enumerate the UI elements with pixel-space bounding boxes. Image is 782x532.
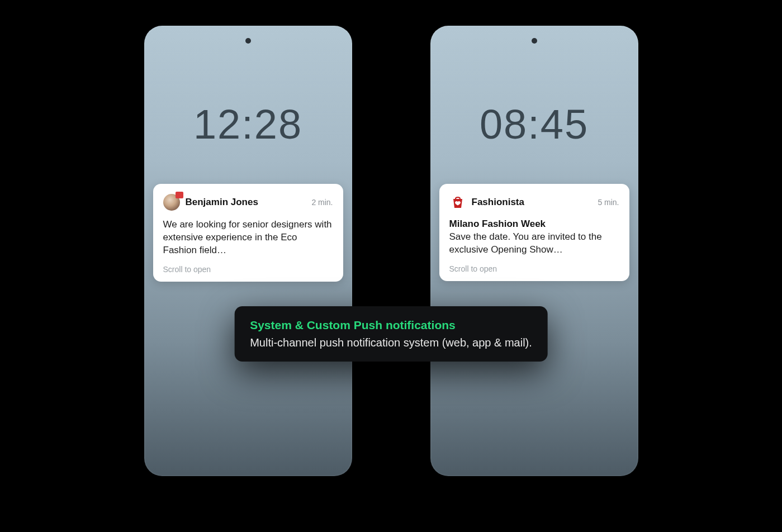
lockscreen-clock: 12:28 (153, 101, 343, 148)
notification-title: Milano Fashion Week (449, 218, 619, 230)
phone-left: 12:28 Benjamin Jones 2 min. We are looki… (144, 26, 352, 476)
feature-caption: System & Custom Push notifications Multi… (234, 306, 548, 362)
scroll-hint: Scroll to open (163, 265, 333, 274)
chat-badge-icon (176, 192, 183, 198)
notification-card[interactable]: Fashionista 5 min. Milano Fashion Week S… (439, 184, 629, 281)
notification-card[interactable]: Benjamin Jones 2 min. We are looking for… (153, 184, 343, 282)
notification-time: 5 min. (598, 198, 619, 207)
notification-time: 2 min. (311, 198, 333, 207)
phone-mockups: 12:28 Benjamin Jones 2 min. We are looki… (0, 26, 782, 476)
camera-dot (245, 38, 251, 44)
sender-avatar (163, 194, 180, 211)
notification-header: Fashionista 5 min. (449, 194, 619, 211)
shopping-bag-heart-icon (449, 194, 466, 211)
sender-name: Fashionista (472, 197, 593, 208)
notification-body: Save the date. You are invited to the ex… (449, 231, 619, 256)
caption-title: System & Custom Push notifications (250, 319, 532, 332)
sender-name: Benjamin Jones (186, 197, 306, 208)
camera-dot (532, 38, 537, 44)
phone-right: 08:45 Fashionista 5 min. Milano Fashion … (430, 26, 638, 476)
notification-header: Benjamin Jones 2 min. (163, 194, 333, 211)
notification-body: We are looking for senior designers with… (163, 218, 333, 257)
scroll-hint: Scroll to open (449, 264, 619, 273)
caption-body: Multi-channel push notification system (… (250, 336, 532, 349)
lockscreen-clock: 08:45 (439, 101, 629, 148)
